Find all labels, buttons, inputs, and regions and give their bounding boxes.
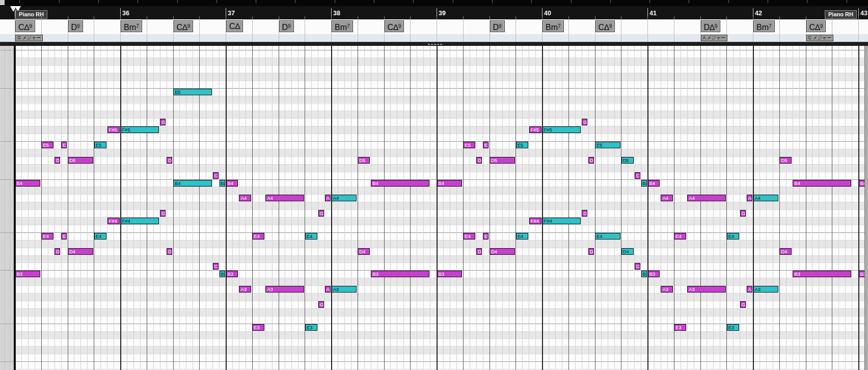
scale-event[interactable]: A メジャー: [701, 35, 728, 41]
midi-note[interactable]: E4: [305, 233, 317, 240]
midi-note[interactable]: B4: [371, 180, 429, 187]
midi-note[interactable]: B3: [648, 271, 660, 277]
midi-note[interactable]: F#5: [107, 126, 120, 133]
scale-event[interactable]: C メジャー: [806, 35, 834, 41]
chord-event[interactable]: C∆9: [806, 20, 826, 32]
midi-note[interactable]: G5: [160, 119, 166, 125]
midi-note[interactable]: A3: [687, 286, 726, 293]
midi-note[interactable]: F#4: [107, 218, 120, 224]
midi-note[interactable]: G4: [740, 210, 746, 217]
midi-note[interactable]: D4: [55, 248, 60, 255]
midi-note[interactable]: G3: [740, 301, 746, 308]
scale-event[interactable]: G メジャー: [15, 35, 43, 41]
midi-note[interactable]: G3: [318, 301, 324, 308]
midi-note[interactable]: E4: [94, 233, 106, 240]
midi-note[interactable]: B3: [15, 271, 41, 277]
chord-event[interactable]: Bm7: [121, 20, 142, 32]
midi-note[interactable]: E4: [516, 233, 528, 240]
note-grid[interactable]: B4B3E5D5E5D5E5F#5F#5G5D5B5C5B4B4A4E4A4E4…: [0, 46, 868, 370]
chord-event[interactable]: D9: [279, 20, 294, 32]
midi-note[interactable]: G4: [318, 210, 324, 217]
midi-note[interactable]: A4: [753, 195, 779, 201]
midi-note[interactable]: D4: [779, 248, 792, 255]
midi-note[interactable]: B4: [226, 180, 238, 187]
midi-note[interactable]: D4: [476, 248, 482, 255]
midi-note[interactable]: E3: [252, 324, 264, 331]
midi-note[interactable]: E3: [674, 324, 686, 331]
midi-note[interactable]: E3: [305, 324, 317, 331]
midi-note[interactable]: A4: [687, 195, 726, 201]
chord-event[interactable]: D9: [490, 20, 505, 32]
midi-note[interactable]: G4: [582, 210, 587, 217]
midi-note[interactable]: E3: [727, 324, 739, 331]
midi-note[interactable]: C4: [635, 263, 640, 270]
chord-event[interactable]: Bm7: [753, 20, 775, 32]
midi-note[interactable]: A3: [332, 286, 357, 293]
midi-note[interactable]: F#4: [529, 218, 541, 224]
midi-note[interactable]: D4: [358, 248, 370, 255]
midi-note[interactable]: G4: [160, 210, 166, 217]
chord-event[interactable]: Bm7: [332, 20, 353, 32]
midi-note[interactable]: B4: [641, 180, 647, 187]
midi-note[interactable]: E4: [674, 233, 686, 240]
midi-note[interactable]: F#5: [529, 126, 541, 133]
midi-note[interactable]: E5: [463, 142, 475, 148]
midi-note[interactable]: A3: [661, 286, 673, 293]
midi-note[interactable]: A3: [239, 286, 251, 293]
midi-note[interactable]: B3: [220, 271, 225, 277]
midi-note[interactable]: E5: [61, 142, 67, 148]
midi-note[interactable]: D4: [68, 248, 93, 255]
midi-note[interactable]: B4: [220, 180, 225, 187]
midi-note[interactable]: E4: [252, 233, 264, 240]
midi-note[interactable]: G5: [582, 119, 587, 125]
chord-track[interactable]: C∆9D9Bm7C∆9C∆D9Bm7C∆9D9Bm7C∆9D∆9Bm7C∆9: [0, 19, 868, 35]
chord-event[interactable]: C∆9: [595, 20, 615, 32]
midi-note[interactable]: E4: [595, 233, 620, 240]
midi-note[interactable]: A4: [239, 195, 251, 201]
scale-track[interactable]: G メジャーA メジャーC メジャー: [0, 34, 868, 42]
midi-note[interactable]: E5: [595, 142, 620, 148]
chord-event[interactable]: C∆: [226, 20, 243, 32]
midi-note[interactable]: B3: [641, 271, 647, 277]
midi-note[interactable]: D5: [588, 157, 594, 164]
midi-note[interactable]: D5: [476, 157, 482, 164]
midi-note[interactable]: C4: [213, 263, 219, 270]
midi-note[interactable]: A4: [325, 195, 331, 201]
midi-note[interactable]: A3: [753, 286, 779, 293]
chord-event[interactable]: Bm7: [542, 20, 564, 32]
midi-note[interactable]: D5: [358, 157, 370, 164]
midi-note[interactable]: D4: [588, 248, 594, 255]
midi-note[interactable]: D5: [167, 157, 172, 164]
midi-note[interactable]: D5: [490, 157, 515, 164]
midi-note[interactable]: E4: [463, 233, 475, 240]
midi-note[interactable]: A4: [332, 195, 357, 201]
chord-event[interactable]: D9: [68, 20, 83, 32]
midi-note[interactable]: C5: [213, 172, 219, 179]
midi-note[interactable]: B4: [648, 180, 660, 187]
midi-note[interactable]: B5: [173, 89, 212, 95]
midi-note[interactable]: E5: [483, 142, 489, 148]
midi-note[interactable]: B3: [371, 271, 429, 277]
midi-note[interactable]: D4: [621, 248, 634, 255]
midi-note[interactable]: D5: [68, 157, 93, 164]
timeline-ruler[interactable]: Piano RH Piano RH 3637383940414243: [0, 6, 868, 20]
midi-note[interactable]: F#4: [121, 218, 159, 224]
midi-note[interactable]: D4: [167, 248, 172, 255]
midi-note[interactable]: E4: [727, 233, 739, 240]
midi-note[interactable]: B3: [793, 271, 851, 277]
midi-note[interactable]: B3: [437, 271, 463, 277]
midi-note[interactable]: D5: [55, 157, 60, 164]
vertical-scrollbar[interactable]: [864, 46, 868, 370]
midi-note[interactable]: D5: [779, 157, 792, 164]
midi-note[interactable]: A3: [747, 286, 752, 293]
midi-note[interactable]: E5: [41, 142, 53, 148]
midi-note[interactable]: A4: [747, 195, 752, 201]
midi-note[interactable]: A3: [325, 286, 331, 293]
chord-event[interactable]: C∆9: [385, 20, 404, 32]
midi-note[interactable]: A4: [661, 195, 673, 201]
midi-note[interactable]: B4: [793, 180, 851, 187]
midi-note[interactable]: F#5: [121, 126, 159, 133]
midi-note[interactable]: E5: [94, 142, 106, 148]
midi-note[interactable]: F#4: [542, 218, 581, 224]
chord-event[interactable]: C∆9: [15, 20, 35, 32]
